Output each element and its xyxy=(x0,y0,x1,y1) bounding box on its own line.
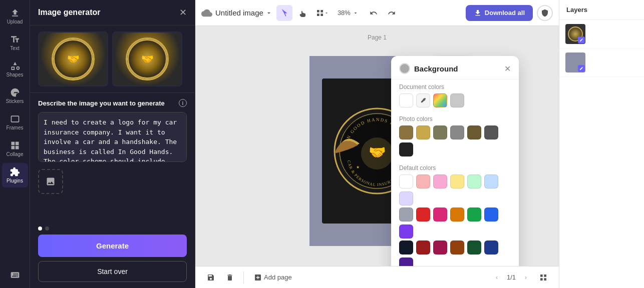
def-color-1-5[interactable] xyxy=(467,174,481,188)
file-name-button[interactable]: Untitled image xyxy=(215,8,272,17)
def-color-2-6[interactable] xyxy=(484,208,498,222)
grid-view-button[interactable] xyxy=(536,270,551,285)
def-color-3-1[interactable] xyxy=(399,240,413,254)
plugin-close-button[interactable]: ✕ xyxy=(179,7,187,18)
redo-button[interactable] xyxy=(384,5,400,21)
def-color-3-4[interactable] xyxy=(450,240,464,254)
sidebar-item-upload[interactable]: Upload xyxy=(2,4,28,28)
download-button[interactable]: Download all xyxy=(466,5,533,21)
default-colors-section: Default colors xyxy=(391,160,519,266)
info-icon[interactable]: i xyxy=(179,99,187,107)
grid-icon xyxy=(539,274,547,282)
add-page-button[interactable]: Add page xyxy=(250,272,296,284)
sidebar-item-text[interactable]: Text xyxy=(2,30,28,55)
document-colors-label: Document colors xyxy=(399,84,511,90)
def-color-1-4[interactable] xyxy=(450,174,464,188)
sidebar-item-shapes[interactable]: Shapes xyxy=(2,57,28,82)
select-tool-button[interactable] xyxy=(276,5,292,21)
def-color-2-1[interactable] xyxy=(399,208,413,222)
undo-button[interactable] xyxy=(366,5,382,21)
background-panel: Background ✕ Document colors Photo co xyxy=(391,56,519,266)
photo-color-1[interactable] xyxy=(399,126,413,140)
sidebar-item-collage[interactable]: Collage xyxy=(2,136,28,161)
def-color-3-6[interactable] xyxy=(484,240,498,254)
top-toolbar: Untitled image 38% xyxy=(195,0,559,26)
sidebar-collage-label: Collage xyxy=(7,152,24,157)
shield-button[interactable] xyxy=(537,5,553,21)
generated-image-1[interactable]: 🤝 xyxy=(38,32,108,86)
def-color-1-2[interactable] xyxy=(416,174,430,188)
def-color-1-6[interactable] xyxy=(484,174,498,188)
photo-color-2[interactable] xyxy=(416,126,430,140)
collage-icon xyxy=(10,140,20,150)
sidebar-shapes-label: Shapes xyxy=(7,72,24,78)
page-indicator: 1/1 xyxy=(507,274,516,281)
pencil-bg-icon xyxy=(579,66,583,70)
def-color-2-5[interactable] xyxy=(467,208,481,222)
sidebar-item-plugins[interactable]: Plugins xyxy=(2,163,28,188)
frames-icon xyxy=(10,114,20,124)
layer-item-background[interactable] xyxy=(559,48,644,77)
def-color-2-3[interactable] xyxy=(433,208,447,222)
dot-1 xyxy=(38,226,42,230)
def-color-1-1[interactable] xyxy=(399,174,413,188)
canvas-viewport: Page 1 xyxy=(195,26,559,266)
file-icon-area[interactable]: Untitled image xyxy=(201,8,272,18)
sidebar-text-label: Text xyxy=(10,46,19,51)
delete-button[interactable] xyxy=(222,270,237,285)
image-upload-button[interactable] xyxy=(38,169,63,194)
photo-color-5[interactable] xyxy=(467,126,481,140)
photo-color-3[interactable] xyxy=(433,126,447,140)
def-color-1-7[interactable] xyxy=(399,192,413,206)
doc-color-gradient[interactable] xyxy=(433,94,447,108)
prev-page-button[interactable]: ‹ xyxy=(491,272,503,284)
generated-image-2[interactable]: 🤝 xyxy=(112,32,182,86)
def-color-3-2[interactable] xyxy=(416,240,430,254)
svg-text:★: ★ xyxy=(356,165,360,170)
def-color-1-3[interactable] xyxy=(433,174,447,188)
bg-panel-header: Background ✕ xyxy=(391,56,519,80)
page-nav: ‹ 1/1 › xyxy=(491,272,532,284)
redo-icon xyxy=(388,9,396,17)
bg-panel-close-button[interactable]: ✕ xyxy=(504,64,511,74)
layer-item-logo[interactable] xyxy=(559,20,644,48)
plugin-title: Image generator xyxy=(38,8,100,17)
save-button[interactable] xyxy=(203,270,218,285)
bg-panel-title-row: Background xyxy=(399,63,458,74)
chevron-down-small-icon xyxy=(324,10,329,16)
stickers-icon xyxy=(10,88,20,98)
def-color-3-5[interactable] xyxy=(467,240,481,254)
photo-color-4[interactable] xyxy=(450,126,464,140)
doc-color-gray[interactable] xyxy=(450,94,464,108)
eyedropper-button[interactable] xyxy=(416,94,430,108)
save-icon xyxy=(207,274,215,282)
generate-button[interactable]: Generate xyxy=(38,234,187,257)
cloud-icon xyxy=(201,8,212,18)
view-toggle-button[interactable] xyxy=(314,5,331,21)
bottom-toolbar: Add page ‹ 1/1 › xyxy=(195,266,559,288)
sidebar-item-keyboard[interactable] xyxy=(2,266,28,284)
sidebar: Upload Text Shapes Stickers Frames Colla… xyxy=(0,0,30,288)
sidebar-item-stickers[interactable]: Stickers xyxy=(2,84,28,108)
default-colors-label: Default colors xyxy=(399,164,511,172)
hand-tool-button[interactable] xyxy=(295,5,311,21)
def-color-2-2[interactable] xyxy=(416,208,430,222)
zoom-button[interactable]: 38% xyxy=(334,7,363,18)
def-color-2-4[interactable] xyxy=(450,208,464,222)
photo-color-7[interactable] xyxy=(399,142,413,156)
photo-colors-label: Photo colors xyxy=(399,116,511,122)
plugin-header: Image generator ✕ xyxy=(30,0,195,26)
description-textarea[interactable] xyxy=(38,112,187,162)
def-color-3-3[interactable] xyxy=(433,240,447,254)
bg-panel-title: Background xyxy=(414,64,458,73)
startover-button[interactable]: Start over xyxy=(38,261,187,282)
generated-image-1-inner: 🤝 xyxy=(39,32,107,86)
keyboard-icon xyxy=(10,270,20,280)
def-color-3-7[interactable] xyxy=(399,258,413,266)
doc-color-white[interactable] xyxy=(399,94,413,108)
photo-color-6[interactable] xyxy=(484,126,498,140)
def-color-2-7[interactable] xyxy=(399,224,413,238)
layer-bg-edit-icon xyxy=(578,65,585,72)
next-page-button[interactable]: › xyxy=(520,272,532,284)
sidebar-item-frames[interactable]: Frames xyxy=(2,110,28,134)
